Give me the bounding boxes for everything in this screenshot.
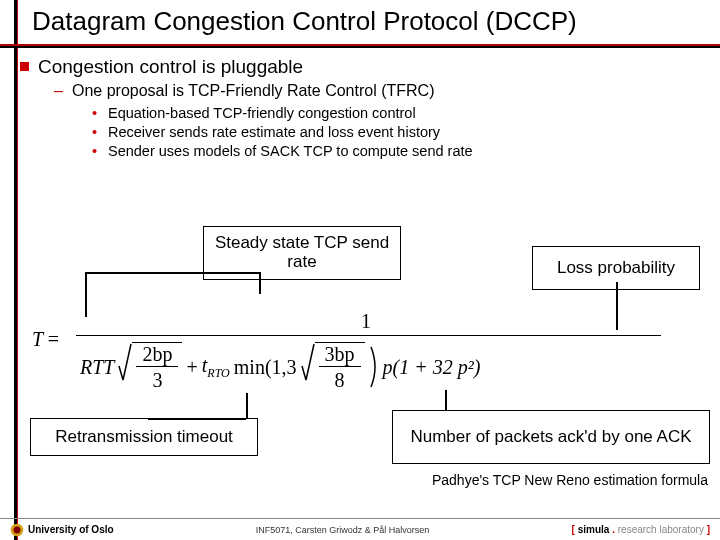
box-retransmission-timeout: Retransmission timeout [30,418,258,456]
bullet-l2-text: One proposal is TCP-Friendly Rate Contro… [72,82,434,99]
formula-plus: + [186,356,197,379]
bracket-icon: ] [704,524,710,535]
bullet-l1-text: Congestion control is pluggable [38,56,303,77]
formula-numerator: 1 [361,310,371,333]
formula: T = 1 RTT 2bp 3 + tRTO [32,290,688,390]
bullet-l3: Equation-based TCP-friendly congestion c… [92,104,710,123]
title-underline [0,44,720,48]
footer-left: University of Oslo [10,523,114,537]
formula-frac1: 2bp 3 [136,343,178,392]
connector-line [148,418,246,420]
university-crest-icon [10,523,24,537]
sqrt-icon: 3bp 8 [301,342,365,392]
connector-line [246,393,248,418]
connector-line [445,390,447,410]
research-lab-text: research laboratory [618,524,704,535]
footer-university: University of Oslo [28,524,114,535]
content-area: Congestion control is pluggable One prop… [14,56,710,165]
formula-fraction-bar [76,335,661,336]
formula-tail: p(1 + 32 p²) [383,356,481,379]
connector-line [85,272,260,274]
close-paren-icon [369,345,379,389]
bullet-l1: Congestion control is pluggable One prop… [14,56,710,161]
formula-rto-sub: RTO [207,366,229,380]
slide-title: Datagram Congestion Control Protocol (DC… [32,6,577,37]
dot-icon: . [609,524,617,535]
formula-T: T [32,328,43,350]
simula-text: simula [578,524,610,535]
svg-point-1 [14,526,21,533]
formula-rtt: RTT [80,356,114,379]
formula-frac2-num: 3bp [319,343,361,367]
formula-frac2: 3bp 8 [319,343,361,392]
footer: University of Oslo INF5071, Carsten Griw… [0,518,720,540]
formula-frac1-num: 2bp [136,343,178,367]
sqrt-icon: 2bp 3 [118,342,182,392]
footer-center: INF5071, Carsten Griwodz & Pål Halvorsen [256,525,430,535]
bullet-l2: One proposal is TCP-Friendly Rate Contro… [54,82,710,161]
box-packets-ack: Number of packets ack'd by one ACK [392,410,710,464]
bullet-l3: Receiver sends rate estimate and loss ev… [92,123,710,142]
formula-caption: Padhye's TCP New Reno estimation formula [432,472,708,488]
bullet-l3: Sender uses models of SACK TCP to comput… [92,142,710,161]
formula-eq: = [48,328,59,350]
formula-min: min(1,3 [234,356,297,379]
footer-right: [ simula . research laboratory ] [572,524,710,535]
formula-frac2-den: 8 [319,367,361,392]
formula-frac1-den: 3 [136,367,178,392]
